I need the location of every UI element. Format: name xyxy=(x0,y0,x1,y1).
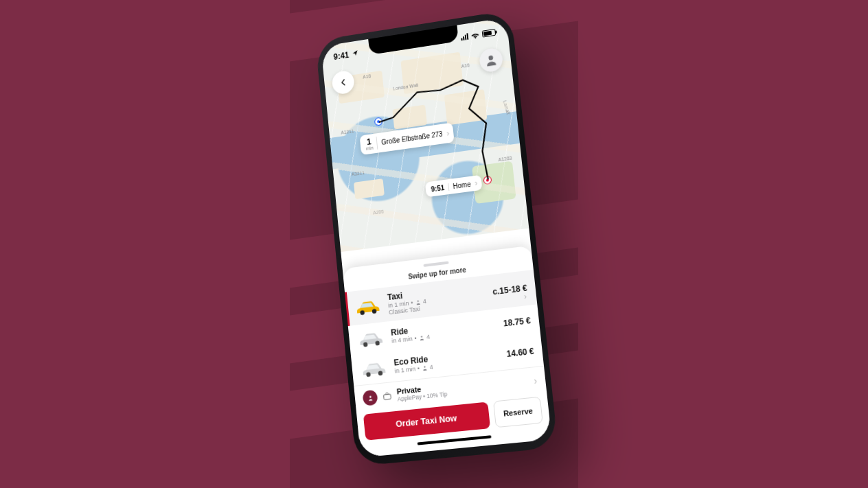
user-icon xyxy=(483,52,499,68)
profile-button[interactable] xyxy=(479,47,504,73)
svg-point-3 xyxy=(417,300,418,301)
ride-seats: 4 xyxy=(426,334,431,341)
reserve-button[interactable]: Reserve xyxy=(493,397,543,428)
svg-point-0 xyxy=(488,56,493,61)
phone-screen: 9:41 xyxy=(321,17,551,457)
ride-eta: in 1 min xyxy=(394,365,415,374)
battery-icon xyxy=(482,29,496,38)
payment-badge-icon xyxy=(362,390,378,406)
ride-price: 18.75 € xyxy=(503,316,531,329)
svg-point-9 xyxy=(424,366,425,367)
chevron-right-icon: › xyxy=(446,129,450,137)
pickup-address: Große Elbstraße 273 xyxy=(381,130,443,146)
svg-rect-11 xyxy=(384,394,391,399)
chevron-right-icon: › xyxy=(475,179,478,187)
person-icon xyxy=(421,364,428,371)
sheet-grab-handle[interactable] xyxy=(423,262,448,267)
destination-label: Home xyxy=(453,180,471,189)
ride-eta: in 4 min xyxy=(391,335,413,344)
status-time: 9:41 xyxy=(333,49,359,62)
ride-seats: 4 xyxy=(422,298,426,305)
wifi-icon xyxy=(470,30,480,40)
ride-price: c.15-18 € xyxy=(492,283,528,297)
svg-point-10 xyxy=(369,395,371,397)
chevron-right-icon: › xyxy=(534,375,538,386)
car-icon xyxy=(353,296,382,318)
phone-mockup: 9:41 xyxy=(315,10,558,466)
order-button[interactable]: Order Taxi Now xyxy=(363,402,490,440)
back-button[interactable] xyxy=(331,69,355,95)
cellular-icon xyxy=(461,33,469,40)
briefcase-icon xyxy=(382,391,392,401)
status-time-text: 9:41 xyxy=(333,50,350,62)
person-icon xyxy=(418,334,425,341)
location-arrow-icon xyxy=(352,49,358,56)
car-icon xyxy=(356,327,386,349)
pickup-eta-value: 1 xyxy=(367,137,372,146)
person-icon xyxy=(415,299,422,305)
arrow-left-icon xyxy=(338,76,349,89)
car-icon xyxy=(359,358,389,380)
ride-seats: 4 xyxy=(429,364,433,371)
chevron-right-icon: › xyxy=(523,292,527,302)
ride-price: 14.60 € xyxy=(506,347,534,360)
svg-point-6 xyxy=(420,336,422,337)
destination-eta: 9:51 xyxy=(431,183,449,193)
pickup-eta-unit: min xyxy=(366,146,374,151)
ride-options-sheet[interactable]: Swipe up for more Taxi in 1 min xyxy=(343,246,552,458)
